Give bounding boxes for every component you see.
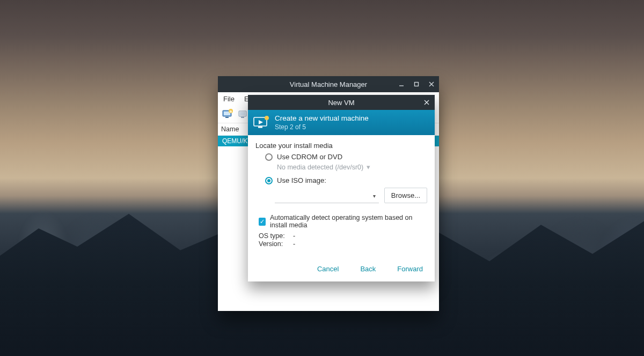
caret-down-icon: ▾ [373,193,376,199]
dialog-header-title: Create a new virtual machine [275,114,369,122]
dialog-close-button[interactable] [419,95,435,110]
browse-button[interactable]: Browse... [384,188,427,203]
minimize-button[interactable] [394,76,409,92]
dialog-header: Create a new virtual machine Step 2 of 5 [248,110,435,135]
checkbox-checked-icon: ✓ [259,218,266,226]
svg-rect-1 [415,83,419,86]
radio-cdrom-label: Use CDROM or DVD [277,153,342,161]
vm-wizard-icon [253,115,269,130]
svg-rect-15 [258,127,262,128]
dialog-header-step: Step 2 of 5 [275,123,369,131]
forward-button[interactable]: Forward [397,265,423,273]
main-title: Virtual Machine Manager [290,80,367,88]
back-button[interactable]: Back [360,265,376,273]
main-titlebar[interactable]: Virtual Machine Manager [218,76,439,92]
svg-marker-14 [259,120,263,124]
caret-down-icon: ▾ [367,163,370,171]
radio-iso-indicator [265,177,273,184]
locate-media-label: Locate your install media [255,142,427,150]
iso-path-combo[interactable]: ▾ [275,189,379,203]
dialog-buttons: Cancel Back Forward [248,259,435,281]
svg-rect-6 [225,117,229,118]
radio-iso-label: Use ISO image: [277,176,326,184]
os-type-value: - [293,232,295,240]
svg-rect-10 [241,117,244,118]
dialog-title: New VM [328,99,354,107]
cdrom-media-text: No media detected (/dev/sr0) [277,164,363,171]
auto-detect-label: Automatically detect operating system ba… [270,214,427,229]
new-vm-icon[interactable] [221,108,234,120]
auto-detect-checkbox[interactable]: ✓ Automatically detect operating system … [259,214,427,229]
cancel-button[interactable]: Cancel [317,265,339,273]
radio-cdrom-indicator [265,153,273,161]
radio-cdrom[interactable]: Use CDROM or DVD [265,153,427,161]
dialog-body: Locate your install media Use CDROM or D… [248,135,435,259]
os-type-label: OS type: [259,232,289,240]
version-value: - [293,240,295,248]
column-name[interactable]: Name [221,125,239,133]
new-vm-dialog: New VM Create a new virtual machine Step… [248,95,435,281]
svg-rect-9 [240,112,245,115]
menu-file[interactable]: File [221,94,237,104]
close-button[interactable] [424,76,439,92]
version-label: Version: [259,240,289,248]
maximize-button[interactable] [409,76,424,92]
radio-iso[interactable]: Use ISO image: [265,176,427,184]
svg-point-16 [265,116,269,120]
dialog-titlebar[interactable]: New VM [248,95,435,110]
cdrom-media-combo: No media detected (/dev/sr0) ▾ [277,163,427,171]
